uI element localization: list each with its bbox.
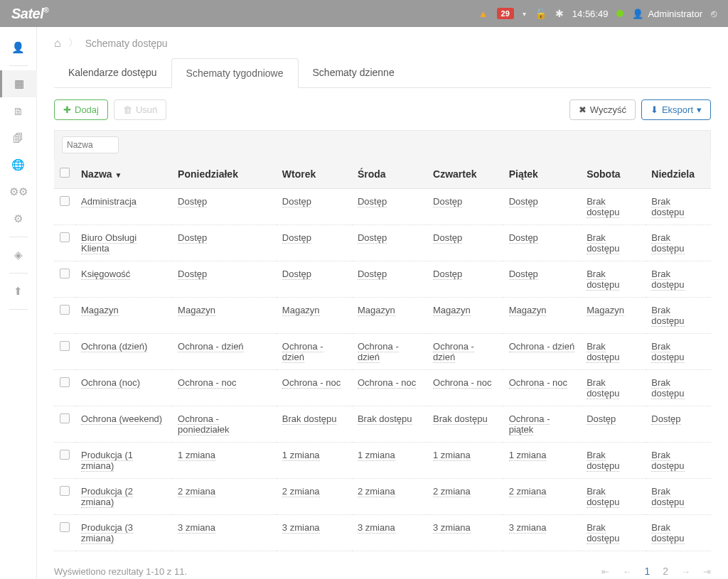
cell-mon: Ochrona - dzień: [172, 334, 277, 370]
cell-sat: Brak dostępu: [581, 334, 646, 370]
sidebar-item-globe[interactable]: 🌐: [0, 151, 37, 178]
name-filter-input[interactable]: [62, 136, 119, 153]
col-sun[interactable]: Niedziela: [646, 159, 711, 189]
cell-thu: Dostęp: [427, 261, 503, 298]
sidebar-item-gear[interactable]: ⚙: [0, 205, 37, 232]
cell-tue: 1 zmiana: [277, 443, 352, 479]
filter-row: [54, 130, 711, 159]
table-row[interactable]: Ochrona (dzień)Ochrona - dzieńOchrona - …: [54, 334, 711, 370]
cell-sat: Brak dostępu: [581, 370, 646, 406]
cell-fri: Dostęp: [503, 225, 581, 261]
page-prev-icon[interactable]: ←: [622, 566, 631, 577]
logout-icon[interactable]: ⎋: [711, 8, 717, 19]
row-checkbox[interactable]: [60, 377, 70, 387]
cell-sun: Brak dostępu: [646, 443, 711, 479]
cell-sun: Brak dostępu: [646, 298, 711, 334]
col-name[interactable]: Nazwa▼: [75, 159, 172, 189]
warning-icon[interactable]: ▲: [478, 8, 488, 19]
cell-name: Administracja: [75, 189, 172, 225]
logo: Satel®: [11, 6, 48, 22]
cell-thu: Brak dostępu: [427, 406, 503, 443]
tab-weekly[interactable]: Schematy tygodniowe: [171, 58, 299, 88]
page-first-icon[interactable]: ⇤: [601, 566, 609, 577]
sort-indicator-icon: ▼: [115, 171, 122, 179]
tab-calendars[interactable]: Kalendarze dostępu: [54, 58, 171, 87]
table-row[interactable]: Ochrona (noc)Ochrona - nocOchrona - nocO…: [54, 370, 711, 406]
badge-dropdown-icon[interactable]: ▾: [523, 10, 526, 18]
trash-icon: 🗑: [123, 104, 132, 115]
cell-wed: Brak dostępu: [352, 406, 427, 443]
col-thu[interactable]: Czwartek: [427, 159, 503, 189]
cell-wed: Dostęp: [352, 261, 427, 298]
table-row[interactable]: Produkcja (3 zmiana)3 zmiana3 zmiana3 zm…: [54, 515, 711, 551]
row-checkbox[interactable]: [60, 450, 70, 460]
sidebar-item-cogs[interactable]: ⚙⚙: [0, 178, 37, 205]
export-button[interactable]: ⬇ Eksport ▾: [641, 99, 711, 120]
row-checkbox[interactable]: [60, 269, 70, 278]
user-menu[interactable]: 👤 Administrator: [632, 9, 702, 19]
sidebar-item-upload[interactable]: ⬆: [0, 278, 37, 305]
row-checkbox[interactable]: [60, 486, 70, 496]
page-1[interactable]: 1: [644, 566, 650, 577]
tabs: Kalendarze dostępu Schematy tygodniowe S…: [54, 58, 711, 88]
cell-name: Ochrona (weekend): [75, 406, 172, 443]
cell-tue: Magazyn: [277, 298, 352, 334]
cell-sun: Dostęp: [646, 406, 711, 443]
row-checkbox[interactable]: [60, 196, 70, 206]
clear-button[interactable]: ✖ Wyczyść: [569, 99, 636, 120]
cell-name: Magazyn: [75, 298, 172, 334]
table-row[interactable]: Ochrona (weekend)Ochrona - poniedziałekB…: [54, 406, 711, 443]
cell-sat: Brak dostępu: [581, 225, 646, 261]
cell-mon: 3 zmiana: [172, 515, 277, 551]
table-row[interactable]: Biuro Obsługi KlientaDostępDostępDostępD…: [54, 225, 711, 261]
tab-daily[interactable]: Schematy dzienne: [299, 58, 409, 87]
cell-sat: Brak dostępu: [581, 189, 646, 225]
page-2[interactable]: 2: [663, 566, 668, 577]
sidebar-item-cubes[interactable]: ◈: [0, 242, 37, 269]
col-mon[interactable]: Poniedziałek: [172, 159, 277, 189]
cell-wed: Magazyn: [352, 298, 427, 334]
sidebar-item-copy[interactable]: 🗐: [0, 124, 37, 151]
cell-name: Księgowość: [75, 261, 172, 298]
col-wed[interactable]: Środa: [352, 159, 427, 189]
sidebar: 👤 ▦ 🗎 🗐 🌐 ⚙⚙ ⚙ ◈ ⬆: [0, 27, 37, 579]
page-last-icon[interactable]: ⇥: [703, 566, 711, 577]
sidebar-separator: [9, 65, 28, 66]
cell-thu: Ochrona - dzień: [427, 334, 503, 370]
cell-name: Produkcja (3 zmiana): [75, 515, 172, 551]
asterisk-icon[interactable]: ✱: [555, 8, 564, 19]
select-all-checkbox[interactable]: [60, 168, 70, 178]
table-row[interactable]: AdministracjaDostępDostępDostępDostępDos…: [54, 189, 711, 225]
row-checkbox[interactable]: [60, 522, 70, 532]
row-checkbox[interactable]: [60, 341, 70, 351]
sidebar-separator: [9, 309, 28, 310]
table-row[interactable]: KsięgowośćDostępDostępDostępDostępDostęp…: [54, 261, 711, 298]
sidebar-item-calendar[interactable]: ▦: [0, 70, 37, 97]
cell-tue: Brak dostępu: [277, 406, 352, 443]
cell-tue: 2 zmiana: [277, 479, 352, 515]
cell-sun: Brak dostępu: [646, 515, 711, 551]
sidebar-item-user[interactable]: 👤: [0, 34, 37, 61]
sidebar-item-document[interactable]: 🗎: [0, 97, 37, 124]
cell-name: Ochrona (noc): [75, 370, 172, 406]
cell-mon: Dostęp: [172, 225, 277, 261]
col-fri[interactable]: Piątek: [503, 159, 581, 189]
breadcrumb-title: Schematy dostępu: [85, 38, 168, 49]
row-checkbox[interactable]: [60, 305, 70, 315]
unlock-icon[interactable]: 🔓: [535, 8, 547, 19]
table-row[interactable]: Produkcja (1 zmiana)1 zmiana1 zmiana1 zm…: [54, 443, 711, 479]
plus-icon: ✚: [63, 104, 71, 115]
breadcrumb-separator-icon: 〉: [68, 37, 78, 50]
col-sat[interactable]: Sobota: [581, 159, 646, 189]
row-checkbox[interactable]: [60, 413, 70, 423]
topbar: Satel® ▲ 29 ▾ 🔓 ✱ 14:56:49 👤 Administrat…: [0, 0, 728, 27]
notification-badge[interactable]: 29: [497, 8, 514, 19]
cell-mon: Dostęp: [172, 189, 277, 225]
col-tue[interactable]: Wtorek: [277, 159, 352, 189]
home-icon[interactable]: ⌂: [54, 37, 61, 50]
page-next-icon[interactable]: →: [681, 566, 690, 577]
row-checkbox[interactable]: [60, 232, 70, 242]
table-row[interactable]: Produkcja (2 zmiana)2 zmiana2 zmiana2 zm…: [54, 479, 711, 515]
add-button[interactable]: ✚ Dodaj: [54, 99, 108, 120]
table-row[interactable]: MagazynMagazynMagazynMagazynMagazynMagaz…: [54, 298, 711, 334]
